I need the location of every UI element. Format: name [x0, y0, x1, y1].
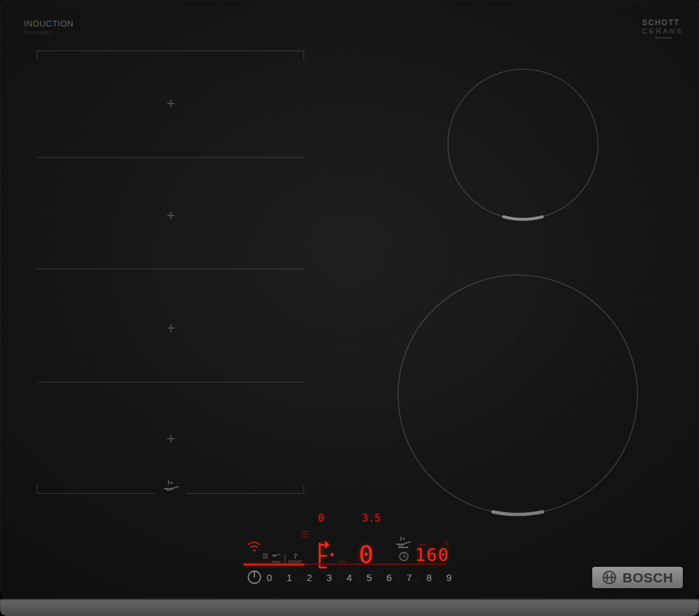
power-level-8[interactable]: 8 — [427, 572, 432, 583]
schott-line1: SCHOTT — [642, 19, 684, 27]
power-level-9[interactable]: 9 — [447, 572, 452, 583]
cooktop-product-photo: INDUCTION PIX631HC1 SCHOTT CERAN® + + + … — [0, 0, 699, 616]
flex-zone-divider — [37, 382, 304, 382]
zone-center-mark: + — [162, 321, 180, 336]
power-level-6[interactable]: 6 — [386, 572, 392, 583]
level-dot: · — [378, 573, 381, 582]
zone-center-mark: + — [162, 96, 180, 111]
flex-zone-divider — [37, 269, 304, 269]
move-pan-icon — [271, 553, 282, 559]
flex-zone-top-bracket — [37, 50, 304, 60]
power-button[interactable] — [246, 569, 263, 586]
bosch-anchor-icon — [602, 570, 617, 585]
printed-function-labels: 4sec BOOST — [263, 553, 302, 564]
level-dot: · — [417, 573, 420, 582]
level-dot: · — [278, 573, 280, 582]
power-slider-active-segment[interactable] — [243, 564, 305, 566]
level-dot: · — [338, 573, 340, 582]
power-level-0[interactable]: 0 — [267, 572, 272, 583]
schott-line2: CERAN® — [642, 27, 684, 35]
boost-icon — [293, 553, 298, 559]
power-level-2[interactable]: 2 — [307, 572, 312, 583]
flex-zone-level-display-left: 0 — [318, 513, 324, 523]
fry-sensor-icon — [394, 535, 412, 548]
power-level-strip[interactable]: 0 · 1 · 2 · 3 · 4 · 5 · 6 · 7 · 8 · 9 — [267, 572, 452, 583]
keep-warm-star-icon[interactable]: ☆ — [338, 556, 346, 568]
power-level-3[interactable]: 3 — [327, 572, 332, 583]
level-dot: · — [318, 573, 320, 582]
zone-select-indicator-icon — [302, 531, 309, 539]
fry-sensor-zone-icon — [155, 476, 186, 496]
level-dot: · — [298, 573, 300, 582]
temp-divider-line — [398, 547, 408, 548]
temperature-display: 160 — [415, 546, 449, 564]
timer-clock-icon[interactable] — [399, 551, 409, 562]
power-level-5[interactable]: 5 — [366, 572, 372, 583]
bosch-logo-badge: BOSCH — [592, 567, 683, 588]
power-level-1[interactable]: 1 — [287, 572, 292, 583]
power-level-4[interactable]: 4 — [346, 572, 351, 583]
schott-ceran-logo: SCHOTT CERAN® — [642, 19, 684, 35]
label-divider — [285, 554, 285, 562]
model-code: PIX631HC1 — [24, 30, 52, 35]
bosch-wordmark: BOSCH — [623, 570, 673, 586]
level-dot: · — [358, 573, 361, 582]
flex-zone-divider — [37, 157, 304, 158]
boost-group: BOOST — [289, 553, 302, 564]
flex-zone-level-display-right: 3.5 — [362, 513, 381, 523]
level-dot: · — [438, 573, 440, 582]
zone-center-mark: + — [162, 432, 180, 446]
level-dot: · — [397, 573, 400, 582]
move-pan-group: 4sec — [271, 553, 282, 564]
schott-subtext — [655, 37, 672, 39]
cooking-zone-small — [445, 66, 601, 224]
power-level-7[interactable]: 7 — [406, 572, 412, 583]
grid-icon — [263, 553, 268, 560]
induction-label: INDUCTION — [24, 19, 74, 28]
home-connect-wifi-icon[interactable] — [247, 540, 261, 553]
zone-center-mark: + — [162, 208, 180, 223]
metal-trim-strip — [0, 599, 699, 616]
cooking-zone-large — [396, 273, 641, 518]
